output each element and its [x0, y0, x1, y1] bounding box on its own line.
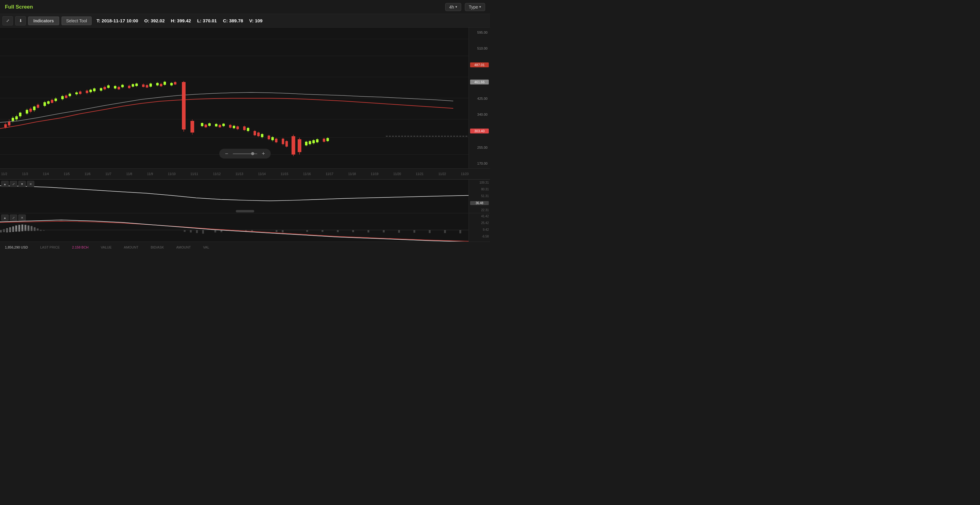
bottom-bar: 1,856,290 USD LAST PRICE 2.158 BCH VALUE… [0, 241, 490, 252]
type-button[interactable]: Type [465, 3, 485, 11]
ind2-scale-9: 9.42 [470, 228, 489, 231]
zoom-in-button[interactable]: + [260, 150, 267, 157]
date-11-21: 11/21 [416, 172, 423, 176]
date-11-19: 11/19 [371, 172, 379, 176]
svg-rect-126 [309, 141, 311, 144]
svg-rect-160 [306, 230, 308, 232]
svg-rect-58 [132, 84, 134, 87]
ind1-expand-button[interactable]: ⤢ [10, 181, 17, 187]
svg-rect-162 [337, 230, 339, 232]
svg-rect-48 [107, 86, 110, 88]
svg-rect-2 [4, 124, 7, 127]
svg-rect-145 [30, 226, 32, 231]
ind2-expand-button[interactable]: ⤢ [10, 214, 17, 221]
svg-rect-163 [352, 230, 354, 232]
svg-rect-170 [460, 230, 461, 233]
svg-rect-36 [79, 92, 81, 94]
main-chart-container: 595.00 510.00 487.01 461.66 425.00 340.0… [0, 27, 490, 168]
svg-rect-154 [215, 230, 216, 233]
svg-rect-10 [19, 113, 21, 116]
svg-rect-164 [368, 230, 369, 233]
ind1-close-button[interactable]: ✕ [27, 181, 34, 187]
L-label: L: 370.01 [197, 18, 217, 23]
ind2-scale-neg6: -6.58 [470, 235, 489, 238]
bottom-amount2-label: AMOUNT [176, 245, 191, 249]
svg-rect-106 [257, 132, 260, 136]
zoom-thumb[interactable] [251, 152, 254, 155]
zoom-slider[interactable] [233, 153, 257, 154]
svg-rect-50 [114, 86, 116, 89]
price-461: 461.66 [470, 79, 489, 84]
expand-icon-button[interactable]: ⤢ [2, 16, 13, 25]
svg-rect-135 [0, 230, 2, 233]
date-axis: 11/2 11/3 11/4 11/5 11/6 11/7 11/8 11/9 … [0, 168, 490, 179]
svg-rect-132 [323, 139, 325, 142]
svg-rect-54 [121, 85, 124, 87]
date-11-12: 11/12 [213, 172, 221, 176]
date-11-23: 11/23 [461, 172, 469, 176]
svg-rect-139 [12, 227, 14, 232]
svg-rect-146 [34, 227, 35, 231]
top-bar: Full Screen 4h Type [0, 0, 490, 14]
svg-rect-26 [54, 98, 57, 101]
svg-rect-68 [156, 83, 159, 86]
svg-rect-122 [298, 139, 301, 152]
bottom-val-label: VAL [203, 245, 209, 249]
date-11-3: 11/3 [22, 172, 28, 176]
ind2-scale-41: 41.42 [470, 214, 489, 218]
ind1-scroll-handle[interactable] [236, 210, 254, 213]
svg-rect-86 [208, 123, 211, 126]
date-11-22: 11/22 [438, 172, 446, 176]
ind1-scale-80: 80.31 [470, 187, 489, 191]
ind2-up-button[interactable]: ▲ [1, 214, 9, 221]
ind2-close-button[interactable]: ✕ [18, 214, 26, 221]
ind1-scale: 109.31 80.31 51.31 36.48 22.31 [469, 179, 490, 213]
T-label: T: 2018-11-17 10:00 [97, 18, 138, 23]
svg-rect-136 [3, 229, 5, 232]
svg-rect-130 [316, 139, 318, 142]
price-487: 487.01 [470, 62, 489, 67]
date-11-16: 11/16 [303, 172, 311, 176]
svg-rect-100 [243, 126, 246, 130]
svg-rect-141 [18, 225, 20, 232]
ind1-scale-51: 51.31 [470, 194, 489, 198]
select-tool-button[interactable]: Select Tool [62, 16, 92, 25]
svg-rect-78 [182, 82, 186, 129]
date-11-2: 11/2 [1, 172, 7, 176]
svg-rect-166 [398, 230, 400, 233]
svg-rect-120 [291, 136, 295, 154]
zoom-out-button[interactable]: − [223, 150, 230, 157]
svg-rect-158 [275, 230, 277, 232]
svg-rect-12 [26, 110, 28, 114]
svg-rect-72 [164, 82, 166, 85]
price-595: 595.00 [470, 30, 489, 34]
ind1-up-button[interactable]: ▲ [1, 181, 9, 187]
bottom-value-label: VALUE [101, 245, 111, 249]
svg-rect-92 [222, 124, 225, 126]
date-11-18: 11/18 [348, 172, 356, 176]
date-11-14: 11/14 [258, 172, 266, 176]
V-label: V: 109 [249, 18, 262, 23]
svg-rect-161 [321, 230, 323, 232]
date-11-6: 11/6 [84, 172, 90, 176]
download-icon-button[interactable]: ⬇ [15, 16, 26, 25]
svg-rect-62 [142, 84, 145, 87]
svg-rect-30 [65, 95, 67, 98]
svg-rect-40 [89, 90, 92, 92]
price-340: 340.00 [470, 113, 489, 116]
svg-rect-14 [29, 109, 32, 112]
indicators-button[interactable]: Indicators [28, 16, 59, 25]
svg-rect-124 [305, 142, 307, 145]
ind1-down-button[interactable]: ▼ [18, 181, 26, 187]
svg-rect-82 [201, 123, 204, 126]
H-label: H: 399.42 [171, 18, 191, 23]
svg-rect-22 [47, 101, 49, 104]
indicator-panel-1: ▲ ⤢ ▼ ✕ 109.31 80.31 51.31 36.48 22.31 [0, 179, 490, 213]
zoom-bar: − + [219, 149, 271, 159]
svg-rect-167 [414, 230, 415, 233]
ind-2-toolbar: ▲ ⤢ ✕ [1, 214, 26, 221]
price-scale: 595.00 510.00 487.01 461.66 425.00 340.0… [469, 27, 490, 168]
svg-rect-80 [191, 121, 194, 132]
svg-rect-20 [43, 102, 46, 106]
timeframe-button[interactable]: 4h [445, 3, 461, 11]
